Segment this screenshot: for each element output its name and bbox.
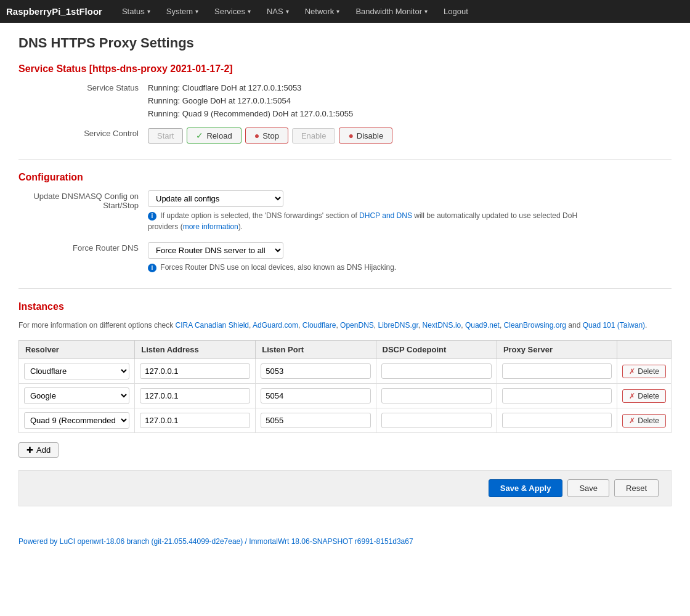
save-apply-button[interactable]: Save & Apply: [489, 479, 563, 497]
resolver-select-2[interactable]: CloudflareGoogleQuad 9 (Recommended)AdGu…: [24, 412, 129, 429]
footer-link[interactable]: Powered by LuCI openwrt-18.06 branch (gi…: [18, 537, 413, 546]
update-dnsmasq-select[interactable]: Update all configs Update selected confi…: [148, 190, 283, 207]
table-header-row: Resolver Listen Address Listen Port DSCP…: [19, 341, 672, 359]
listen-address-cell-1: [135, 384, 256, 408]
resolver-cell-1: CloudflareGoogleQuad 9 (Recommended)AdGu…: [19, 384, 135, 408]
listen-address-input-1[interactable]: [140, 388, 250, 403]
col-dscp: DSCP Codepoint: [376, 341, 497, 359]
nav-services-caret: ▾: [248, 8, 251, 15]
stop-button[interactable]: ● Stop: [245, 128, 288, 144]
libredns-link[interactable]: LibreDNS.gr: [378, 321, 418, 330]
dscp-input-1[interactable]: [381, 388, 492, 403]
cira-link[interactable]: CIRA Canadian Shield: [176, 321, 249, 330]
quad9-link[interactable]: Quad9.net: [465, 321, 500, 330]
update-dnsmasq-label: Update DNSMASQ Config onStart/Stop: [18, 190, 148, 210]
add-icon: ✚: [26, 445, 33, 455]
service-control-buttons: Start ✓ Reload ● Stop Enable ● Disable: [148, 128, 672, 144]
disable-icon: ●: [348, 131, 353, 140]
nextdns-link[interactable]: NextDNS.io: [423, 321, 461, 330]
nav-items: Status ▾ System ▾ Services ▾ NAS ▾ Netwo…: [115, 2, 476, 21]
nav-status-label: Status: [122, 7, 145, 16]
nav-system[interactable]: System ▾: [159, 2, 206, 21]
listen-port-input-0[interactable]: [261, 363, 370, 379]
table-row: CloudflareGoogleQuad 9 (Recommended)AdGu…: [19, 359, 672, 384]
dscp-input-2[interactable]: [381, 413, 492, 428]
cleanbrowsing-link[interactable]: CleanBrowsing.org: [504, 321, 566, 330]
add-button[interactable]: ✚ Add: [18, 442, 59, 458]
stop-icon: ●: [254, 131, 259, 140]
nav-services[interactable]: Services ▾: [207, 2, 258, 21]
service-control-row: Service Control Start ✓ Reload ● Stop En…: [18, 128, 672, 144]
nav-logout[interactable]: Logout: [436, 2, 476, 21]
proxy-cell-1: [497, 384, 617, 408]
cloudflare-link[interactable]: Cloudflare: [302, 321, 336, 330]
resolver-select-1[interactable]: CloudflareGoogleQuad 9 (Recommended)AdGu…: [24, 387, 129, 404]
nav-nas-caret: ▾: [286, 8, 289, 15]
resolver-cell-2: CloudflareGoogleQuad 9 (Recommended)AdGu…: [19, 408, 135, 433]
update-dnsmasq-row: Update DNSMASQ Config onStart/Stop Updat…: [18, 190, 672, 232]
service-status-section: Service Status [https-dns-proxy 2021-01-…: [18, 63, 672, 144]
reload-icon: ✓: [196, 131, 203, 140]
adguard-link[interactable]: AdGuard.com: [253, 321, 298, 330]
delete-icon: ✗: [629, 367, 635, 376]
force-router-dns-hint: i Forces Router DNS use on local devices…: [148, 262, 579, 273]
proxy-input-2[interactable]: [502, 413, 612, 428]
start-button[interactable]: Start: [148, 128, 183, 144]
resolver-cell-0: CloudflareGoogleQuad 9 (Recommended)AdGu…: [19, 359, 135, 384]
proxy-input-0[interactable]: [502, 363, 612, 379]
proxy-input-1[interactable]: [502, 388, 612, 403]
nav-network-caret: ▾: [336, 8, 339, 15]
force-router-dns-label: Force Router DNS: [18, 242, 148, 253]
resolver-select-0[interactable]: CloudflareGoogleQuad 9 (Recommended)AdGu…: [24, 363, 129, 379]
brand: RaspberryPi_1stFloor: [6, 6, 102, 17]
instances-table: Resolver Listen Address Listen Port DSCP…: [18, 340, 672, 433]
save-button[interactable]: Save: [567, 479, 609, 497]
delete-button-2[interactable]: ✗ Delete: [622, 414, 666, 428]
nav-network[interactable]: Network ▾: [298, 2, 347, 21]
listen-port-cell-1: [256, 384, 376, 408]
status-line-1: Running: Google DoH at 127.0.0.1:5054: [148, 95, 672, 108]
more-info-link[interactable]: more information: [183, 222, 238, 231]
col-actions: [617, 341, 672, 359]
nav-nas[interactable]: NAS ▾: [259, 2, 296, 21]
config-section: Configuration Update DNSMASQ Config onSt…: [18, 159, 672, 273]
service-status-values: Running: Cloudflare DoH at 127.0.0.1:505…: [148, 82, 672, 120]
proxy-cell-2: [497, 408, 617, 433]
nav-bandwidth-monitor-label: Bandwidth Monitor: [355, 7, 422, 16]
service-status-heading: Service Status [https-dns-proxy 2021-01-…: [18, 63, 672, 75]
delete-button-1[interactable]: ✗ Delete: [622, 389, 666, 403]
delete-button-0[interactable]: ✗ Delete: [622, 365, 666, 378]
col-proxy: Proxy Server: [497, 341, 617, 359]
service-status-label: Service Status: [18, 82, 148, 92]
force-router-dns-row: Force Router DNS Force Router DNS server…: [18, 242, 672, 273]
hint-icon-dnsmasq: i: [148, 212, 156, 221]
btn-row: Start ✓ Reload ● Stop Enable ● Disable: [148, 128, 672, 144]
delete-cell-1: ✗ Delete: [617, 384, 672, 408]
dhcp-dns-link[interactable]: DHCP and DNS: [359, 211, 412, 220]
quad101-link[interactable]: Quad 101 (Taiwan): [583, 321, 645, 330]
listen-address-input-2[interactable]: [140, 413, 250, 428]
force-router-dns-select[interactable]: Force Router DNS server to all local dev…: [148, 242, 283, 259]
dscp-cell-0: [376, 359, 497, 384]
reset-button[interactable]: Reset: [614, 479, 659, 497]
opendns-link[interactable]: OpenDNS: [340, 321, 374, 330]
col-listen-port: Listen Port: [256, 341, 376, 359]
listen-address-cell-2: [135, 408, 256, 433]
reload-button[interactable]: ✓ Reload: [187, 128, 241, 144]
footer-bar: Save & Apply Save Reset: [18, 470, 672, 506]
listen-port-input-1[interactable]: [261, 388, 370, 403]
table-row: CloudflareGoogleQuad 9 (Recommended)AdGu…: [19, 408, 672, 433]
hint-icon-force-dns: i: [148, 264, 156, 272]
nav-status[interactable]: Status ▾: [115, 2, 158, 21]
status-line-0: Running: Cloudflare DoH at 127.0.0.1:505…: [148, 82, 672, 95]
update-dnsmasq-hint: i If update option is selected, the 'DNS…: [148, 210, 579, 232]
instances-section-title: Instances: [18, 301, 672, 312]
dscp-input-0[interactable]: [381, 363, 492, 379]
listen-port-input-2[interactable]: [261, 413, 370, 428]
dscp-cell-2: [376, 408, 497, 433]
listen-address-input-0[interactable]: [140, 363, 250, 379]
enable-button[interactable]: Enable: [292, 128, 335, 144]
page-footer: Powered by LuCI openwrt-18.06 branch (gi…: [0, 531, 690, 552]
nav-bandwidth-monitor[interactable]: Bandwidth Monitor ▾: [348, 2, 435, 21]
disable-button[interactable]: ● Disable: [339, 128, 392, 144]
